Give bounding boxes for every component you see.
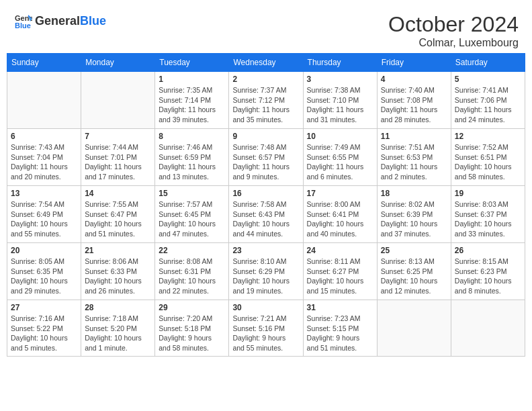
day-info: Sunrise: 7:52 AM Sunset: 6:51 PM Dayligh… bbox=[455, 142, 521, 182]
day-number: 10 bbox=[307, 132, 373, 141]
day-number: 29 bbox=[159, 303, 225, 312]
day-info: Sunrise: 7:55 AM Sunset: 6:47 PM Dayligh… bbox=[85, 199, 151, 239]
day-number: 22 bbox=[159, 246, 225, 255]
calendar-cell: 21Sunrise: 8:06 AM Sunset: 6:33 PM Dayli… bbox=[81, 243, 155, 300]
calendar-cell: 5Sunrise: 7:41 AM Sunset: 7:06 PM Daylig… bbox=[451, 72, 525, 129]
calendar-cell: 13Sunrise: 7:54 AM Sunset: 6:49 PM Dayli… bbox=[7, 186, 81, 243]
day-info: Sunrise: 7:51 AM Sunset: 6:53 PM Dayligh… bbox=[381, 142, 447, 182]
day-number: 17 bbox=[307, 189, 373, 198]
calendar-cell: 27Sunrise: 7:16 AM Sunset: 5:22 PM Dayli… bbox=[7, 300, 81, 357]
calendar-cell: 16Sunrise: 7:58 AM Sunset: 6:43 PM Dayli… bbox=[229, 186, 303, 243]
day-info: Sunrise: 7:35 AM Sunset: 7:14 PM Dayligh… bbox=[159, 85, 225, 125]
day-number: 11 bbox=[381, 132, 447, 141]
day-number: 12 bbox=[455, 132, 521, 141]
day-info: Sunrise: 7:43 AM Sunset: 7:04 PM Dayligh… bbox=[11, 142, 77, 182]
day-info: Sunrise: 8:05 AM Sunset: 6:35 PM Dayligh… bbox=[11, 257, 77, 296]
day-number: 9 bbox=[232, 132, 299, 141]
day-number: 4 bbox=[381, 75, 447, 84]
day-info: Sunrise: 7:18 AM Sunset: 5:20 PM Dayligh… bbox=[85, 314, 151, 353]
calendar-cell bbox=[377, 300, 451, 357]
logo: General Blue GeneralBlue bbox=[13, 12, 106, 31]
week-row-1: 1Sunrise: 7:35 AM Sunset: 7:14 PM Daylig… bbox=[7, 72, 525, 129]
svg-text:Blue: Blue bbox=[15, 21, 31, 30]
day-number: 27 bbox=[11, 303, 77, 312]
day-number: 30 bbox=[232, 303, 299, 312]
day-info: Sunrise: 7:37 AM Sunset: 7:12 PM Dayligh… bbox=[232, 85, 299, 125]
day-header-monday: Monday bbox=[81, 54, 155, 72]
day-header-tuesday: Tuesday bbox=[155, 54, 229, 72]
day-info: Sunrise: 7:20 AM Sunset: 5:18 PM Dayligh… bbox=[159, 314, 225, 353]
day-number: 3 bbox=[307, 75, 373, 84]
day-info: Sunrise: 7:38 AM Sunset: 7:10 PM Dayligh… bbox=[307, 85, 373, 125]
day-header-friday: Friday bbox=[377, 54, 451, 72]
logo-blue-text: Blue bbox=[80, 14, 106, 28]
calendar-cell bbox=[7, 72, 81, 129]
week-row-3: 13Sunrise: 7:54 AM Sunset: 6:49 PM Dayli… bbox=[7, 186, 525, 243]
calendar-cell: 3Sunrise: 7:38 AM Sunset: 7:10 PM Daylig… bbox=[303, 72, 377, 129]
day-header-wednesday: Wednesday bbox=[229, 54, 303, 72]
calendar-cell: 11Sunrise: 7:51 AM Sunset: 6:53 PM Dayli… bbox=[377, 129, 451, 186]
day-info: Sunrise: 8:06 AM Sunset: 6:33 PM Dayligh… bbox=[85, 257, 151, 296]
location: Colmar, Luxembourg bbox=[388, 37, 519, 49]
day-number: 25 bbox=[381, 246, 447, 255]
calendar-cell: 1Sunrise: 7:35 AM Sunset: 7:14 PM Daylig… bbox=[155, 72, 229, 129]
week-row-4: 20Sunrise: 8:05 AM Sunset: 6:35 PM Dayli… bbox=[7, 243, 525, 300]
day-number: 23 bbox=[232, 246, 299, 255]
calendar-cell: 7Sunrise: 7:44 AM Sunset: 7:01 PM Daylig… bbox=[81, 129, 155, 186]
day-info: Sunrise: 8:08 AM Sunset: 6:31 PM Dayligh… bbox=[159, 257, 225, 296]
day-number: 7 bbox=[85, 132, 151, 141]
calendar-cell: 28Sunrise: 7:18 AM Sunset: 5:20 PM Dayli… bbox=[81, 300, 155, 357]
calendar-cell: 15Sunrise: 7:57 AM Sunset: 6:45 PM Dayli… bbox=[155, 186, 229, 243]
day-number: 5 bbox=[455, 75, 521, 84]
calendar-cell: 22Sunrise: 8:08 AM Sunset: 6:31 PM Dayli… bbox=[155, 243, 229, 300]
day-info: Sunrise: 7:16 AM Sunset: 5:22 PM Dayligh… bbox=[11, 314, 77, 353]
day-info: Sunrise: 7:40 AM Sunset: 7:08 PM Dayligh… bbox=[381, 85, 447, 125]
calendar-cell: 9Sunrise: 7:48 AM Sunset: 6:57 PM Daylig… bbox=[229, 129, 303, 186]
day-number: 31 bbox=[307, 303, 373, 312]
day-number: 15 bbox=[159, 189, 225, 198]
day-header-sunday: Sunday bbox=[7, 54, 81, 72]
calendar-cell: 29Sunrise: 7:20 AM Sunset: 5:18 PM Dayli… bbox=[155, 300, 229, 357]
day-number: 2 bbox=[232, 75, 299, 84]
calendar-cell: 12Sunrise: 7:52 AM Sunset: 6:51 PM Dayli… bbox=[451, 129, 525, 186]
day-info: Sunrise: 8:10 AM Sunset: 6:29 PM Dayligh… bbox=[232, 257, 299, 296]
day-number: 14 bbox=[85, 189, 151, 198]
day-number: 8 bbox=[159, 132, 225, 141]
calendar-cell: 6Sunrise: 7:43 AM Sunset: 7:04 PM Daylig… bbox=[7, 129, 81, 186]
day-info: Sunrise: 8:15 AM Sunset: 6:23 PM Dayligh… bbox=[455, 257, 521, 296]
calendar-cell: 26Sunrise: 8:15 AM Sunset: 6:23 PM Dayli… bbox=[451, 243, 525, 300]
day-info: Sunrise: 8:11 AM Sunset: 6:27 PM Dayligh… bbox=[307, 257, 373, 296]
calendar-cell: 14Sunrise: 7:55 AM Sunset: 6:47 PM Dayli… bbox=[81, 186, 155, 243]
day-info: Sunrise: 8:13 AM Sunset: 6:25 PM Dayligh… bbox=[381, 257, 447, 296]
day-info: Sunrise: 7:58 AM Sunset: 6:43 PM Dayligh… bbox=[232, 199, 299, 239]
calendar-cell: 20Sunrise: 8:05 AM Sunset: 6:35 PM Dayli… bbox=[7, 243, 81, 300]
day-header-saturday: Saturday bbox=[451, 54, 525, 72]
calendar-cell bbox=[451, 300, 525, 357]
day-info: Sunrise: 7:54 AM Sunset: 6:49 PM Dayligh… bbox=[11, 199, 77, 239]
day-number: 28 bbox=[85, 303, 151, 312]
calendar-cell: 17Sunrise: 8:00 AM Sunset: 6:41 PM Dayli… bbox=[303, 186, 377, 243]
day-number: 16 bbox=[232, 189, 299, 198]
calendar-cell bbox=[81, 72, 155, 129]
day-info: Sunrise: 7:46 AM Sunset: 6:59 PM Dayligh… bbox=[159, 142, 225, 182]
calendar-cell: 23Sunrise: 8:10 AM Sunset: 6:29 PM Dayli… bbox=[229, 243, 303, 300]
day-number: 19 bbox=[455, 189, 521, 198]
calendar-cell: 31Sunrise: 7:23 AM Sunset: 5:15 PM Dayli… bbox=[303, 300, 377, 357]
calendar-table: SundayMondayTuesdayWednesdayThursdayFrid… bbox=[7, 53, 525, 357]
calendar-cell: 24Sunrise: 8:11 AM Sunset: 6:27 PM Dayli… bbox=[303, 243, 377, 300]
day-info: Sunrise: 7:23 AM Sunset: 5:15 PM Dayligh… bbox=[307, 314, 373, 353]
calendar-cell: 18Sunrise: 8:02 AM Sunset: 6:39 PM Dayli… bbox=[377, 186, 451, 243]
day-number: 24 bbox=[307, 246, 373, 255]
day-number: 20 bbox=[11, 246, 77, 255]
page-header: General Blue GeneralBlue October 2024 Co… bbox=[7, 7, 525, 53]
calendar-cell: 10Sunrise: 7:49 AM Sunset: 6:55 PM Dayli… bbox=[303, 129, 377, 186]
day-number: 6 bbox=[11, 132, 77, 141]
logo-icon: General Blue bbox=[13, 12, 32, 31]
day-info: Sunrise: 7:41 AM Sunset: 7:06 PM Dayligh… bbox=[455, 85, 521, 125]
week-row-2: 6Sunrise: 7:43 AM Sunset: 7:04 PM Daylig… bbox=[7, 129, 525, 186]
calendar-cell: 30Sunrise: 7:21 AM Sunset: 5:16 PM Dayli… bbox=[229, 300, 303, 357]
day-info: Sunrise: 7:48 AM Sunset: 6:57 PM Dayligh… bbox=[232, 142, 299, 182]
day-info: Sunrise: 8:00 AM Sunset: 6:41 PM Dayligh… bbox=[307, 199, 373, 239]
day-info: Sunrise: 7:21 AM Sunset: 5:16 PM Dayligh… bbox=[232, 314, 299, 353]
calendar-cell: 25Sunrise: 8:13 AM Sunset: 6:25 PM Dayli… bbox=[377, 243, 451, 300]
